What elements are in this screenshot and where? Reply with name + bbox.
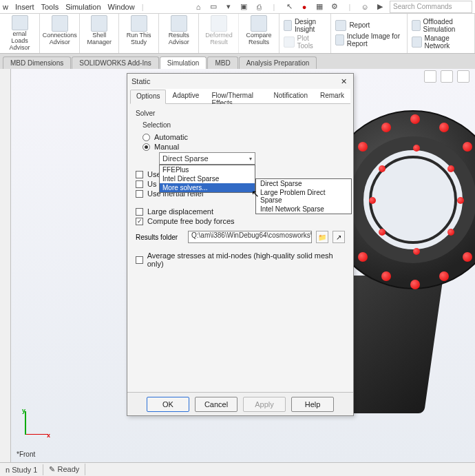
doc-icon[interactable]: ▭: [208, 1, 219, 12]
gear-icon[interactable]: ⚙: [329, 1, 340, 12]
load-marker: [358, 142, 368, 152]
orientation-triad: x y: [18, 400, 59, 442]
insight-icon: [284, 20, 292, 31]
ribbon-external-loads[interactable]: ernal Loads Advisor: [0, 14, 40, 53]
static-dialog: Static ✕ Options Adaptive Flow/Thermal E…: [127, 73, 354, 416]
load-marker: [381, 271, 391, 281]
flyout-item[interactable]: Intel Network Sparse: [256, 205, 351, 214]
load-marker: [413, 248, 420, 255]
dialog-tab-adaptive[interactable]: Adaptive: [166, 89, 205, 103]
print-icon[interactable]: ⎙: [253, 1, 264, 12]
menu-item[interactable]: Window: [108, 3, 135, 11]
flyout-item[interactable]: Large Problem Direct Sparse: [256, 188, 351, 205]
compare-icon: [251, 15, 267, 32]
load-marker: [369, 197, 376, 204]
dropdown-icon[interactable]: ▾: [223, 1, 234, 12]
solver-dropdown-list: FFEPlus Intel Direct Sparse More solvers…: [159, 165, 255, 193]
dialog-tab-flow[interactable]: Flow/Thermal Effects: [205, 89, 267, 103]
home-icon[interactable]: ⌂: [193, 1, 204, 12]
plot-icon: [284, 37, 295, 48]
chevron-down-icon: ▾: [249, 156, 252, 162]
open-folder-icon[interactable]: ↗: [332, 231, 345, 243]
ribbon-results-advisor[interactable]: Results Advisor: [159, 14, 199, 53]
check-compute-fbf[interactable]: Compute free body forces: [136, 217, 345, 225]
dialog-tab-remark[interactable]: Remark: [314, 89, 350, 103]
dropdown-item[interactable]: FFEPlus: [160, 165, 255, 174]
dropdown-item[interactable]: Intel Direct Sparse: [160, 174, 255, 183]
view-scene-icon[interactable]: [441, 70, 453, 83]
dialog-tabs: Options Adaptive Flow/Thermal Effects No…: [130, 89, 350, 104]
menu-item[interactable]: Tools: [41, 3, 59, 11]
solver-group-label: Solver: [136, 110, 345, 117]
ok-button[interactable]: OK: [147, 397, 189, 412]
ribbon-compare[interactable]: Compare Results: [239, 14, 279, 53]
dropdown-item-more[interactable]: More solvers...: [160, 183, 255, 192]
ribbon-include-image[interactable]: Include Image for Report: [335, 32, 403, 48]
radio-automatic[interactable]: Automatic: [142, 133, 345, 141]
tab-analysis-prep[interactable]: Analysis Preparation: [239, 56, 317, 69]
status-tab-study[interactable]: n Study 1: [0, 464, 43, 475]
ribbon-manage-network[interactable]: Manage Network: [412, 34, 470, 50]
dialog-titlebar[interactable]: Static ✕: [127, 74, 353, 89]
ribbon-shell-manager[interactable]: Shell Manager: [80, 14, 119, 53]
left-collapse-panel[interactable]: [0, 69, 11, 462]
load-marker: [439, 271, 449, 281]
flyout-item[interactable]: Direct Sparse: [256, 179, 351, 188]
status-bar: n Study 1 ✎ Ready: [0, 462, 475, 476]
results-icon: [171, 15, 187, 32]
tab-mbd-dimensions[interactable]: MBD Dimensions: [3, 56, 71, 69]
ribbon-connections[interactable]: Connections Advisor: [40, 14, 80, 53]
arrow-icon[interactable]: ↖: [284, 1, 295, 12]
menu-item[interactable]: Insert: [15, 3, 34, 11]
close-icon[interactable]: ✕: [338, 77, 349, 86]
load-marker: [358, 252, 368, 262]
play-icon[interactable]: ▶: [374, 1, 386, 12]
dialog-button-row: OK Cancel Apply Help: [127, 392, 353, 415]
selection-label: Selection: [142, 121, 345, 129]
cancel-button[interactable]: Cancel: [195, 397, 237, 412]
apply-button[interactable]: Apply: [243, 397, 286, 412]
tab-sw-addins[interactable]: SOLIDWORKS Add-Ins: [72, 56, 158, 69]
menu-bar: w Insert Tools Simulation Window | ⌂ ▭ ▾…: [0, 0, 475, 14]
ribbon-deformed[interactable]: Deformed Result: [199, 14, 239, 53]
ribbon-report[interactable]: Report: [335, 20, 403, 31]
heads-up-toolbar: [424, 70, 469, 83]
radio-manual[interactable]: Manual: [142, 143, 345, 151]
menu-sep: |: [142, 3, 144, 11]
sep2: |: [344, 1, 355, 12]
menu-item[interactable]: Simulation: [65, 3, 101, 11]
view-name-label: *Front: [17, 451, 35, 458]
loads-icon: [12, 15, 28, 30]
radio-icon: [142, 134, 150, 141]
check-avg-stresses[interactable]: Average stresses at mid-nodes (high-qual…: [136, 251, 345, 268]
search-input[interactable]: Search Commands: [390, 1, 472, 13]
save-icon[interactable]: ▣: [238, 1, 249, 12]
checkbox-icon: [136, 171, 143, 178]
y-axis-line: [25, 411, 26, 435]
load-marker: [410, 280, 420, 289]
load-marker: [463, 142, 472, 152]
grid-icon[interactable]: ▦: [314, 1, 325, 12]
load-marker: [410, 114, 420, 124]
ribbon-plot-tools[interactable]: Plot Tools: [284, 34, 327, 50]
view-appearance-icon[interactable]: [424, 70, 436, 83]
solver-combo[interactable]: Direct Sparse ▾: [159, 152, 255, 165]
smile-icon[interactable]: ☺: [359, 1, 370, 12]
tab-simulation[interactable]: Simulation: [160, 56, 207, 70]
ribbon-design-insight[interactable]: Design Insight: [284, 18, 327, 33]
dialog-tab-notification[interactable]: Notification: [268, 89, 314, 103]
results-folder-input[interactable]: Q:\am\i386\WinDebug64\cosmosworks\e: [188, 231, 312, 243]
ribbon-offloaded-sim[interactable]: Offloaded Simulation: [412, 18, 470, 33]
ribbon-run-study[interactable]: Run This Study: [119, 14, 159, 53]
help-button[interactable]: Help: [291, 397, 334, 412]
load-marker: [381, 123, 391, 132]
menu-item[interactable]: w: [3, 3, 8, 11]
deformed-icon: [211, 15, 227, 32]
tab-mbd[interactable]: MBD: [207, 56, 237, 69]
view-display-icon[interactable]: [457, 70, 469, 83]
checkbox-icon: [136, 190, 143, 198]
browse-folder-icon[interactable]: 📁: [316, 231, 328, 243]
dialog-tab-options[interactable]: Options: [130, 90, 166, 104]
record-icon[interactable]: ●: [299, 1, 310, 12]
checkbox-icon: [136, 218, 143, 225]
